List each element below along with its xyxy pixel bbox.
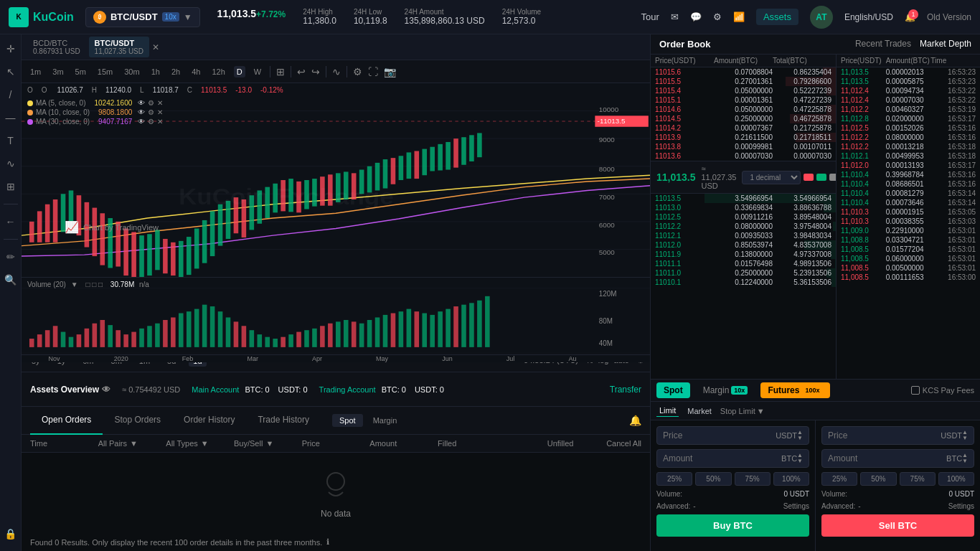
lock-icon[interactable]: 🔒 <box>2 528 19 545</box>
avatar[interactable]: AT <box>810 6 833 29</box>
th-all-pairs[interactable]: All Pairs ▼ <box>98 439 166 448</box>
sell-order-row[interactable]: 11014.5 0.25000000 0.46725878 <box>651 114 836 123</box>
buy-advanced-toggle[interactable]: Advanced: - <box>656 502 696 510</box>
buy-order-row[interactable]: 11012.2 0.08000000 3.97548004 <box>651 222 836 231</box>
sell-order-row[interactable]: 11014.2 0.00007367 0.21725878 <box>651 123 836 133</box>
ma30-close[interactable]: ✕ <box>157 118 163 126</box>
sell-pct-75[interactable]: 75% <box>900 472 936 486</box>
sell-amount-down[interactable]: ▼ <box>962 458 968 464</box>
buy-pct-50[interactable]: 50% <box>695 472 731 486</box>
buy-order-row[interactable]: 11011.9 0.13800000 4.97337008 <box>651 250 836 259</box>
buy-pct-100[interactable]: 100% <box>773 472 809 486</box>
tour-button[interactable]: Tour <box>641 11 659 22</box>
crosshair-icon[interactable]: ✛ <box>2 40 19 57</box>
tf-5m[interactable]: 5m <box>72 66 89 77</box>
line-chart-icon[interactable]: ∿ <box>332 66 341 77</box>
sell-order-row[interactable]: 11015.1 0.00001361 0.47227239 <box>651 95 836 105</box>
chart-settings-icon[interactable]: ⚙ <box>353 66 362 77</box>
ot-market[interactable]: Market <box>684 405 715 417</box>
symbol-tab-bcd[interactable]: BCD/BTC 0.867931 USD <box>27 37 86 57</box>
cancel-all-button[interactable]: Cancel All <box>573 439 641 448</box>
sell-amount-stepper[interactable]: ▲ ▼ <box>962 453 968 464</box>
arrow-left-icon[interactable]: ← <box>2 213 19 230</box>
buy-order-row[interactable]: 11012.5 0.00911216 3.89548004 <box>651 212 836 222</box>
undo-icon[interactable]: ↩ <box>297 66 306 77</box>
sell-order-row[interactable]: 11015.5 0.27001361 0.79286600 <box>651 77 836 86</box>
trend-line-icon[interactable]: / <box>2 86 19 103</box>
tab-market-depth[interactable]: Market Depth <box>920 39 971 50</box>
sell-btc-button[interactable]: Sell BTC <box>821 514 974 537</box>
filter-buy-icon[interactable] <box>816 174 826 181</box>
pattern-icon[interactable]: ⊞ <box>2 178 19 195</box>
tp-tab-spot[interactable]: Spot <box>656 382 690 398</box>
close-tab-icon[interactable]: ✕ <box>152 42 159 52</box>
buy-amount-field[interactable] <box>663 453 781 463</box>
symbol-tab-btc[interactable]: BTC/USDT 11,027.35 USD <box>89 37 149 57</box>
ma5-close[interactable]: ✕ <box>157 99 163 107</box>
cursor-icon[interactable]: ↖ <box>2 63 19 80</box>
tf-4h[interactable]: 4h <box>189 66 203 77</box>
sell-amount-field[interactable] <box>828 453 946 463</box>
sell-settings-link[interactable]: Settings <box>948 502 974 510</box>
sell-pct-25[interactable]: 25% <box>821 472 857 486</box>
sell-advanced-toggle[interactable]: Advanced: - <box>821 502 861 510</box>
tf-15m[interactable]: 15m <box>95 66 116 77</box>
sell-price-down[interactable]: ▼ <box>962 435 968 441</box>
buy-amount-input[interactable]: BTC ▲ ▼ <box>656 449 809 468</box>
logo[interactable]: K KuCoin <box>9 7 74 27</box>
sell-order-row[interactable]: 11013.9 0.21611500 0.21718511 <box>651 133 836 142</box>
tf-3m[interactable]: 3m <box>50 66 66 77</box>
kcs-fees[interactable]: KCS Pay Fees <box>911 386 974 395</box>
decimals-select[interactable]: 1 decimal 2 decimals <box>742 171 801 184</box>
buy-order-row[interactable]: 11011.1 0.01576498 4.98913506 <box>651 259 836 268</box>
redo-icon[interactable]: ↪ <box>311 66 320 77</box>
buy-btc-button[interactable]: Buy BTC <box>656 514 809 537</box>
pencil-icon[interactable]: ✏ <box>2 248 19 265</box>
buy-settings-link[interactable]: Settings <box>783 502 809 510</box>
otype-spot[interactable]: Spot <box>332 414 363 427</box>
buy-amount-down[interactable]: ▼ <box>797 458 803 464</box>
info-icon[interactable]: ℹ <box>326 537 329 547</box>
sell-order-row[interactable]: 11015.6 0.07008804 0.86235404 <box>651 67 836 77</box>
tf-12h[interactable]: 12h <box>209 66 227 77</box>
transfer-button[interactable]: Transfer <box>610 385 641 395</box>
otype-margin[interactable]: Margin <box>366 414 405 427</box>
tf-w[interactable]: W <box>251 66 264 77</box>
eye-icon[interactable]: 👁 <box>102 385 110 395</box>
vol-settings-icons[interactable]: □ □ □ <box>85 281 103 288</box>
sell-amount-input[interactable]: BTC ▲ ▼ <box>821 449 974 468</box>
buy-price-stepper[interactable]: ▲ ▼ <box>797 430 803 441</box>
tf-2h[interactable]: 2h <box>169 66 183 77</box>
tab-trade-history[interactable]: Trade History <box>246 406 321 435</box>
notification-button[interactable]: 🔔 1 <box>905 12 915 22</box>
tf-30m[interactable]: 30m <box>121 66 142 77</box>
sell-pct-50[interactable]: 50% <box>860 472 896 486</box>
tab-recent-trades[interactable]: Recent Trades <box>855 39 911 50</box>
indicator-icon[interactable]: ⊞ <box>276 66 285 77</box>
ma30-settings[interactable]: ⚙ <box>148 118 154 126</box>
buy-amount-stepper[interactable]: ▲ ▼ <box>797 453 803 464</box>
filter-both-icon[interactable] <box>829 174 837 181</box>
language-button[interactable]: English/USD <box>844 12 893 22</box>
ot-stop-limit[interactable]: Stop Limit ▼ <box>720 407 765 415</box>
bell-icon[interactable]: 🔔 <box>629 415 641 426</box>
buy-pct-75[interactable]: 75% <box>735 472 771 486</box>
ma10-eye[interactable]: 👁 <box>138 108 145 116</box>
ma5-eye[interactable]: 👁 <box>138 99 145 107</box>
ma30-eye[interactable]: 👁 <box>138 118 145 126</box>
ot-limit[interactable]: Limit <box>656 405 679 417</box>
buy-order-row[interactable]: 11012.1 0.00935033 3.98483034 <box>651 231 836 240</box>
sell-order-row[interactable]: 11015.4 0.05000000 0.52227239 <box>651 86 836 95</box>
chat-icon[interactable]: 💬 <box>690 11 702 22</box>
search-icon[interactable]: 🔍 <box>2 271 19 288</box>
tf-1m[interactable]: 1m <box>27 66 44 77</box>
buy-order-row[interactable]: 11013.0 0.33669834 3.88636788 <box>651 203 836 212</box>
pair-badge[interactable]: ₿ BTC/USDT 10x ▼ <box>85 7 200 27</box>
fibonacci-icon[interactable]: ∿ <box>2 155 19 172</box>
sell-price-stepper[interactable]: ▲ ▼ <box>962 430 968 441</box>
ma5-settings[interactable]: ⚙ <box>148 99 154 107</box>
th-buy-sell[interactable]: Buy/Sell ▼ <box>234 439 302 448</box>
settings-icon[interactable]: ⚙ <box>713 11 722 22</box>
sell-price-input[interactable]: USDT ▲ ▼ <box>821 426 974 445</box>
tab-order-history[interactable]: Order History <box>172 406 246 435</box>
